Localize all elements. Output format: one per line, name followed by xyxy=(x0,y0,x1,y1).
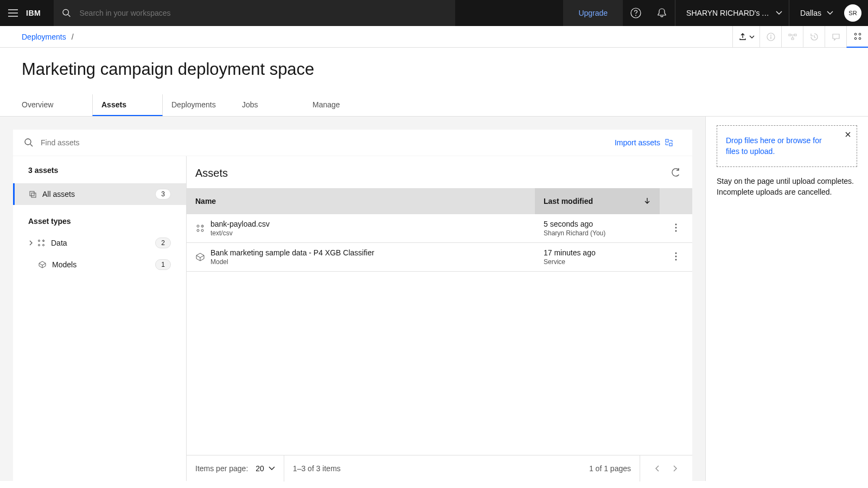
svg-rect-15 xyxy=(30,191,34,196)
global-search[interactable] xyxy=(54,0,455,26)
pagination-range: 1–3 of 3 items xyxy=(293,464,341,473)
sidebar-item-all-assets[interactable]: All assets 3 xyxy=(13,183,186,205)
svg-point-25 xyxy=(201,229,203,232)
comment-button[interactable] xyxy=(825,26,846,48)
chevron-down-icon xyxy=(827,11,833,15)
hamburger-menu-button[interactable] xyxy=(0,0,26,26)
svg-point-22 xyxy=(197,225,199,227)
tab-manage-label: Manage xyxy=(312,100,340,109)
col-header-actions xyxy=(660,188,692,214)
dropzone-text: Drop files here or browse for files to u… xyxy=(726,136,822,156)
content-row: Import assets 3 assets All assets 3 Asse… xyxy=(0,117,868,481)
avatar[interactable]: SR xyxy=(844,4,861,22)
tab-assets-label: Assets xyxy=(101,100,126,109)
search-icon xyxy=(24,138,33,147)
asset-modified-by: Service xyxy=(544,258,651,266)
tab-overview-label: Overview xyxy=(22,100,53,109)
assets-table: Name Last modified xyxy=(187,188,692,272)
refresh-button[interactable] xyxy=(672,168,680,178)
breadcrumb-row: Deployments / xyxy=(0,26,868,48)
tab-deployments[interactable]: Deployments xyxy=(163,94,233,116)
row-menu-button[interactable] xyxy=(660,214,692,243)
table-row[interactable]: Bank marketing sample data - P4 XGB Clas… xyxy=(187,243,692,272)
asset-subtype: text/csv xyxy=(210,229,270,237)
svg-point-31 xyxy=(675,255,677,257)
search-icon xyxy=(62,9,71,17)
asset-modified: 17 minutes ago xyxy=(544,248,651,257)
row-menu-button[interactable] xyxy=(660,243,692,272)
tab-jobs-label: Jobs xyxy=(242,100,258,109)
svg-text:1: 1 xyxy=(202,224,203,228)
svg-point-11 xyxy=(859,37,861,40)
global-header: IBM Upgrade SHARYN RICHARD's Accou... Da… xyxy=(0,0,868,26)
upload-hint: Stay on the page until upload completes.… xyxy=(717,176,857,198)
brand-logo[interactable]: IBM xyxy=(26,9,54,17)
upload-dropzone[interactable]: Drop files here or browse for files to u… xyxy=(717,125,857,167)
prev-page-button[interactable] xyxy=(649,460,666,477)
sort-desc-icon xyxy=(643,197,651,206)
data-count: 2 xyxy=(155,237,171,248)
svg-rect-13 xyxy=(666,139,668,142)
find-assets-bar: Import assets xyxy=(13,130,692,156)
notifications-button[interactable] xyxy=(649,0,675,26)
assets-main: Assets Name Last modified xyxy=(187,156,692,481)
svg-point-9 xyxy=(859,33,861,35)
main-column: Import assets 3 assets All assets 3 Asse… xyxy=(13,117,705,481)
tab-manage[interactable]: Manage xyxy=(304,94,374,116)
info-button[interactable] xyxy=(760,26,781,48)
assets-heading: Assets xyxy=(195,167,228,179)
chevron-right-icon xyxy=(28,240,34,246)
left-gutter xyxy=(0,117,13,481)
sidebar-item-label: Models xyxy=(52,260,76,269)
close-dropzone-button[interactable] xyxy=(843,129,853,140)
model-icon xyxy=(195,252,210,262)
models-count: 1 xyxy=(155,259,171,270)
asset-subtype: Model xyxy=(210,258,374,266)
svg-point-32 xyxy=(675,259,677,260)
chevron-down-icon xyxy=(269,466,275,471)
table-row[interactable]: 1 bank-payload.csv text/csv 5 seconds ag xyxy=(187,214,692,243)
breadcrumb-deployments[interactable]: Deployments xyxy=(22,33,66,41)
overflow-icon xyxy=(675,223,677,232)
col-header-name-label: Name xyxy=(195,197,216,206)
history-button[interactable] xyxy=(803,26,825,48)
tab-overview[interactable]: Overview xyxy=(22,94,92,116)
sidebar-item-label: All assets xyxy=(42,190,75,198)
chevron-down-icon xyxy=(776,11,782,15)
svg-point-17 xyxy=(39,240,40,242)
assets-count-header: 3 assets xyxy=(13,166,186,183)
svg-point-8 xyxy=(854,33,857,35)
help-button[interactable] xyxy=(623,0,649,26)
all-assets-count: 3 xyxy=(155,189,171,200)
upgrade-button[interactable]: Upgrade xyxy=(563,0,623,26)
data-icon xyxy=(853,32,862,41)
history-icon xyxy=(810,33,819,41)
import-assets-label: Import assets xyxy=(615,138,660,147)
account-switcher[interactable]: SHARYN RICHARD's Accou... xyxy=(675,0,789,26)
col-header-name[interactable]: Name xyxy=(187,188,535,214)
import-assets-button[interactable]: Import assets xyxy=(615,138,681,147)
sidebar-item-models[interactable]: Models 1 xyxy=(13,254,186,275)
svg-rect-6 xyxy=(794,34,796,36)
tab-assets[interactable]: Assets xyxy=(92,94,163,116)
svg-point-29 xyxy=(675,230,677,232)
find-assets-input[interactable] xyxy=(41,138,615,147)
col-header-modified[interactable]: Last modified xyxy=(535,188,660,214)
export-button[interactable] xyxy=(732,26,760,48)
svg-point-12 xyxy=(25,139,31,145)
flow-button[interactable] xyxy=(781,26,803,48)
tab-jobs[interactable]: Jobs xyxy=(233,94,304,116)
sidebar-item-label: Data xyxy=(51,239,67,247)
sidebar-item-data[interactable]: 1 Data 2 xyxy=(13,232,186,254)
info-icon xyxy=(767,33,775,41)
svg-rect-7 xyxy=(792,38,794,40)
assets-title-row: Assets xyxy=(187,156,692,188)
region-switcher[interactable]: Dallas xyxy=(789,0,840,26)
upload-panel-toggle[interactable] xyxy=(846,26,868,48)
svg-rect-5 xyxy=(789,34,791,36)
items-per-page-select[interactable]: 20 xyxy=(248,464,275,473)
global-search-input[interactable] xyxy=(79,9,455,17)
svg-point-28 xyxy=(675,227,677,228)
next-page-button[interactable] xyxy=(666,460,684,477)
title-area: Marketing campaign deployment space xyxy=(0,48,868,79)
